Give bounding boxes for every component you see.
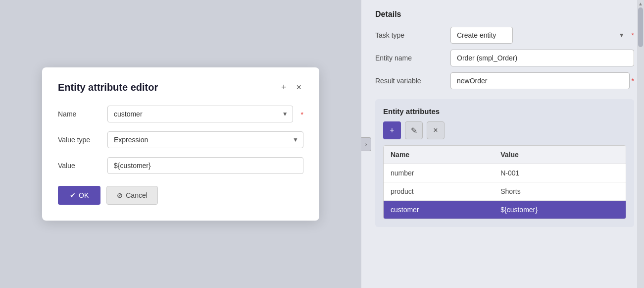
table-row[interactable]: customer${customer} bbox=[384, 201, 626, 219]
scrollbar-track[interactable]: ▲ bbox=[637, 0, 644, 288]
dialog-header: Entity attribute editor + × bbox=[58, 81, 303, 94]
delete-attribute-button[interactable]: × bbox=[427, 121, 445, 139]
cancel-circle-icon: ⊘ bbox=[117, 191, 123, 199]
add-icon: + bbox=[390, 126, 394, 135]
table-row[interactable]: productShorts bbox=[384, 182, 626, 201]
name-label: Name bbox=[58, 110, 101, 118]
ok-check-icon: ✔ bbox=[70, 191, 76, 199]
name-select[interactable]: customernumberproduct bbox=[107, 106, 293, 122]
dialog-close-button[interactable]: × bbox=[294, 81, 303, 94]
dialog-add-icon-button[interactable]: + bbox=[279, 81, 289, 94]
entity-attributes-table-wrap: Name Value numberN-001productShortscusto… bbox=[383, 145, 626, 219]
entity-attributes-title: Entity attributes bbox=[383, 107, 626, 115]
value-label: Value bbox=[58, 162, 101, 170]
collapse-toggle-button[interactable]: › bbox=[361, 137, 371, 151]
chevron-right-icon: › bbox=[365, 141, 367, 147]
table-cell-name: product bbox=[384, 182, 494, 201]
value-type-control-wrapper: ExpressionStringNumberBoolean ▼ bbox=[107, 131, 303, 148]
name-required-star: * bbox=[301, 111, 303, 118]
plus-icon: + bbox=[281, 82, 287, 93]
table-row[interactable]: numberN-001 bbox=[384, 164, 626, 182]
ok-label: OK bbox=[79, 191, 89, 199]
entity-attributes-section: Entity attributes + ✎ × Name Val bbox=[375, 99, 634, 227]
details-section-title: Details bbox=[375, 10, 634, 19]
col-name-header: Name bbox=[384, 146, 494, 164]
task-type-select-arrow-icon: ▼ bbox=[619, 32, 625, 39]
value-control-wrapper bbox=[107, 157, 303, 174]
edit-attribute-button[interactable]: ✎ bbox=[405, 121, 423, 139]
scroll-arrow-up-button[interactable]: ▲ bbox=[637, 0, 644, 6]
table-cell-name: customer bbox=[384, 201, 494, 219]
entity-attribute-editor-dialog: Entity attribute editor + × Name custome… bbox=[42, 67, 319, 221]
dialog-title: Entity attribute editor bbox=[58, 82, 158, 93]
add-attribute-button[interactable]: + bbox=[383, 121, 401, 139]
delete-x-icon: × bbox=[433, 126, 438, 135]
result-variable-control-wrap: * bbox=[450, 72, 634, 89]
value-row: Value bbox=[58, 157, 303, 174]
table-cell-name: number bbox=[384, 164, 494, 182]
entity-name-control-wrap bbox=[450, 50, 634, 66]
entity-name-input[interactable] bbox=[450, 50, 634, 66]
cancel-label: Cancel bbox=[126, 191, 148, 199]
table-cell-value: ${customer} bbox=[494, 201, 626, 219]
entity-name-label: Entity name bbox=[375, 54, 445, 62]
entity-attributes-table: Name Value numberN-001productShortscusto… bbox=[384, 146, 626, 219]
task-type-label: Task type bbox=[375, 31, 445, 39]
table-cell-value: Shorts bbox=[494, 182, 626, 201]
details-grid: Task type Create entity ▼ * Entity name … bbox=[375, 27, 634, 89]
entity-attributes-toolbar: + ✎ × bbox=[383, 121, 626, 139]
ok-button[interactable]: ✔ OK bbox=[58, 186, 100, 205]
value-type-label: Value type bbox=[58, 136, 101, 144]
task-type-select[interactable]: Create entity bbox=[450, 27, 513, 44]
value-type-row: Value type ExpressionStringNumberBoolean… bbox=[58, 131, 303, 148]
task-type-select-wrap: Create entity ▼ bbox=[450, 27, 630, 44]
left-panel: Entity attribute editor + × Name custome… bbox=[0, 0, 361, 288]
result-variable-label: Result variable bbox=[375, 77, 445, 85]
task-type-control-wrap: Create entity ▼ * bbox=[450, 27, 634, 44]
value-type-select[interactable]: ExpressionStringNumberBoolean bbox=[107, 131, 303, 148]
dialog-actions: ✔ OK ⊘ Cancel bbox=[58, 186, 303, 205]
table-header-row: Name Value bbox=[384, 146, 626, 164]
result-variable-required-star: * bbox=[632, 77, 634, 85]
scrollbar-thumb[interactable] bbox=[638, 7, 643, 47]
name-row: Name customernumberproduct ▼ * bbox=[58, 106, 303, 122]
dialog-header-icons: + × bbox=[279, 81, 303, 94]
name-control-wrapper: customernumberproduct ▼ bbox=[107, 106, 293, 122]
table-cell-value: N-001 bbox=[494, 164, 626, 182]
right-panel: › Details Task type Create entity ▼ * En… bbox=[361, 0, 644, 288]
col-value-header: Value bbox=[494, 146, 626, 164]
task-type-required-star: * bbox=[632, 31, 634, 39]
result-variable-input[interactable] bbox=[450, 72, 630, 89]
edit-pencil-icon: ✎ bbox=[411, 126, 417, 135]
close-icon: × bbox=[296, 82, 301, 93]
value-input[interactable] bbox=[107, 157, 303, 174]
cancel-button[interactable]: ⊘ Cancel bbox=[106, 186, 158, 205]
